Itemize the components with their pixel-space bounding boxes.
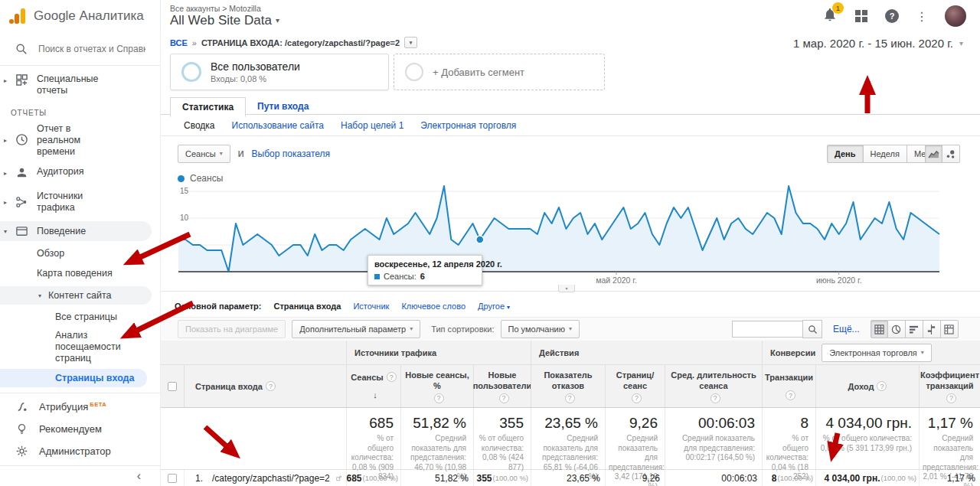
chart-collapse-button[interactable]: ▾	[558, 285, 575, 292]
sidebar-item-label: Анализ посещаемости страниц	[0, 330, 142, 364]
column-header-avg-duration[interactable]: Сред. длительность сеанса?	[665, 365, 762, 407]
metric-select[interactable]: Сеансы ▾	[178, 145, 230, 163]
breadcrumb-dropdown-button[interactable]: ▾	[404, 37, 417, 48]
svg-text:10: 10	[180, 214, 189, 222]
sidebar-item-discover[interactable]: Рекомендуем	[0, 418, 161, 440]
column-help-icon[interactable]: ?	[877, 381, 887, 391]
column-help-icon[interactable]: ?	[710, 393, 720, 403]
segment-all-users[interactable]: Все пользователи Входы: 0,08 %	[170, 54, 389, 90]
select-all-checkbox[interactable]	[168, 382, 177, 391]
sidebar-item-acquisition[interactable]: ▸ Источники трафика	[0, 191, 160, 215]
motion-chart-icon[interactable]	[942, 145, 960, 163]
table-search-button[interactable]	[802, 320, 822, 338]
sort-type-select[interactable]: По умолчанию ▾	[501, 320, 580, 338]
sidebar-item-content-drilldown[interactable]: Анализ посещаемости страниц	[0, 330, 160, 366]
select-metric-link[interactable]: Выбор показателя	[252, 148, 330, 159]
add-segment-button[interactable]: + Добавить сегмент	[394, 54, 605, 90]
search-icon	[15, 43, 28, 55]
granularity-week[interactable]: Неделя	[864, 145, 907, 163]
column-header-pages-session[interactable]: Страниц/сеанс?	[605, 365, 665, 407]
column-header-sessions[interactable]: Сеансы?↓	[346, 365, 400, 407]
column-help-icon[interactable]: ?	[565, 393, 575, 403]
collapse-sidebar-icon[interactable]: ‹	[137, 469, 141, 483]
column-header-landing-page[interactable]: Страница входа?	[184, 365, 346, 407]
sidebar-item-attribution[interactable]: АтрибуцияБЕТА	[0, 393, 161, 418]
sidebar-item-realtime[interactable]: ▸ Отчет в реальном времени	[0, 123, 160, 158]
column-help-icon[interactable]: ?	[266, 381, 276, 391]
column-header-bounce-rate[interactable]: Показатель отказов?	[531, 365, 605, 407]
sidebar-bottom: АтрибуцияБЕТА Рекомендуем Администратор …	[0, 393, 161, 486]
account-breadcrumb[interactable]: Все аккаунты > Motozilla	[170, 4, 279, 13]
conversions-type-select[interactable]: Электронная торговля ▾	[822, 344, 932, 362]
column-help-icon[interactable]: ?	[786, 390, 795, 400]
property-switcher[interactable]: Все аккаунты > Motozilla All Web Site Da…	[161, 4, 279, 28]
help-icon[interactable]: ?	[885, 9, 899, 23]
sort-desc-icon: ↓	[373, 390, 377, 400]
sidebar-item-landing-pages[interactable]: Страницы входа	[0, 369, 147, 387]
sidebar-item-custom-reports[interactable]: ▸ Специальные отчеты	[0, 73, 160, 98]
subnav-site-usage[interactable]: Использование сайта	[232, 120, 325, 131]
sessions-chart: 51015май 2020 г.июнь 2020 г.	[172, 184, 946, 291]
dimension-other[interactable]: Другое ▾	[478, 302, 510, 311]
pivot-view-icon[interactable]	[941, 320, 959, 338]
subnav-ecommerce[interactable]: Электронная торговля	[420, 120, 516, 131]
sidebar-item-label: АтрибуцияБЕТА	[39, 401, 106, 413]
sidebar-item-behavior-overview[interactable]: Обзор	[0, 248, 160, 261]
sidebar-search[interactable]	[0, 32, 160, 66]
dimension-source[interactable]: Источник	[353, 302, 389, 311]
dimension-landing-page[interactable]: Страница входа	[273, 302, 341, 311]
external-link-icon[interactable]	[336, 474, 341, 483]
sidebar-item-site-content[interactable]: ▾ Контент сайта	[0, 286, 152, 305]
sidebar-item-label: Источники трафика	[0, 191, 77, 214]
column-help-icon[interactable]: ?	[499, 393, 509, 403]
column-help-icon[interactable]: ?	[946, 393, 956, 403]
segment-ring-icon	[181, 62, 201, 82]
percentage-view-icon[interactable]	[888, 320, 906, 338]
avatar[interactable]	[945, 5, 966, 27]
subnav-goal-set[interactable]: Набор целей 1	[341, 120, 403, 131]
chevron-down-icon: ▾	[38, 292, 41, 299]
sidebar-item-audience[interactable]: ▸ Аудитория	[0, 166, 160, 181]
sidebar-item-behavior[interactable]: ▾ Поведение	[0, 221, 152, 241]
column-help-icon[interactable]: ?	[632, 393, 642, 403]
tooltip-value: 6	[420, 272, 425, 281]
apps-grid-icon[interactable]	[854, 9, 868, 23]
granularity-day[interactable]: День	[827, 145, 864, 163]
sidebar-item-label: Контент сайта	[0, 290, 112, 301]
sidebar-item-all-pages[interactable]: Все страницы	[0, 311, 160, 325]
logo-block[interactable]: Google Аналитика	[0, 0, 161, 32]
performance-view-icon[interactable]	[906, 320, 923, 338]
landing-page-link[interactable]: /category/zapchasti/?page=2	[212, 473, 330, 484]
column-header-transaction-rate[interactable]: Коэффициент транзакций?	[919, 365, 980, 407]
table-row[interactable]: 1. /category/zapchasti/?page=2 685(100,0…	[161, 469, 980, 486]
column-help-icon[interactable]: ?	[434, 393, 444, 403]
secondary-dimension-button[interactable]: Дополнительный параметр ▾	[292, 320, 420, 338]
analytics-logo-icon	[8, 6, 28, 26]
date-range-selector[interactable]: 1 мар. 2020 г. - 15 июн. 2020 г. ▾	[793, 37, 963, 50]
notifications-button[interactable]: 1	[822, 7, 838, 25]
overflow-menu-icon[interactable]: ⋮	[916, 9, 928, 24]
column-help-icon[interactable]: ?	[387, 372, 397, 382]
breadcrumb-all-link[interactable]: ВСЕ	[170, 38, 188, 47]
sidebar-item-admin[interactable]: Администратор	[0, 440, 161, 465]
plot-rows-button[interactable]: Показать на диаграмме	[178, 320, 286, 338]
sidebar-item-behavior-flow[interactable]: Карта поведения	[0, 268, 160, 281]
search-input[interactable]	[38, 44, 145, 54]
vs-label: И	[238, 149, 244, 158]
comparison-view-icon[interactable]	[923, 320, 941, 338]
column-header-transactions[interactable]: Транзакции?	[762, 365, 815, 407]
column-header-new-users[interactable]: Новые пользователи?	[473, 365, 531, 407]
more-options-link[interactable]: Ещё...	[833, 324, 860, 334]
subnav-summary[interactable]: Сводка	[184, 120, 215, 131]
line-chart-icon[interactable]	[925, 145, 942, 163]
table-search-input[interactable]	[732, 321, 802, 338]
property-title[interactable]: All Web Site Data	[170, 13, 272, 28]
row-checkbox[interactable]	[168, 474, 177, 483]
acquisition-icon	[15, 196, 28, 212]
dimension-keyword[interactable]: Ключевое слово	[401, 302, 466, 311]
tab-explorer[interactable]: Статистика	[170, 97, 246, 117]
sidebar-item-label: Карта поведения	[0, 268, 160, 279]
column-header-new-sessions[interactable]: Новые сеансы, %?	[400, 365, 473, 407]
table-view-icon[interactable]	[871, 320, 888, 338]
column-header-revenue[interactable]: Доход?	[815, 365, 919, 407]
